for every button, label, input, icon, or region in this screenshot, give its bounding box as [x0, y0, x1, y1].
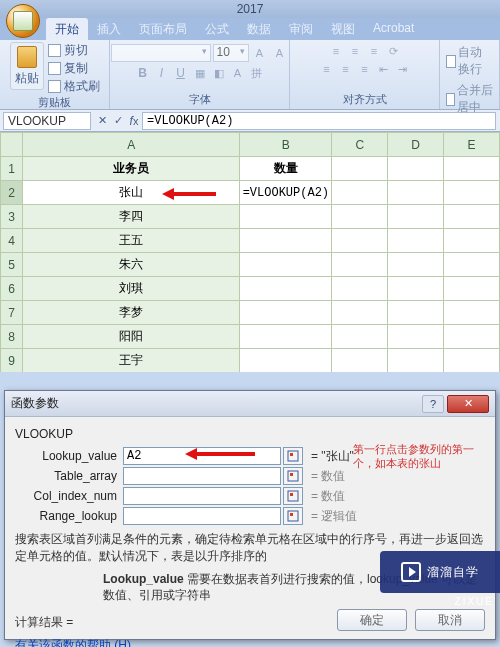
worksheet-grid[interactable]: A B C D E 1 业务员 数量 2 张山 =VLOOKUP(A2) 3李四…	[0, 132, 500, 372]
cell[interactable]: 李四	[22, 205, 239, 229]
cell[interactable]	[444, 277, 500, 301]
select-all-corner[interactable]	[1, 133, 23, 157]
underline-button[interactable]: U	[172, 64, 190, 82]
range-lookup-input[interactable]	[123, 507, 281, 525]
lookup-value-input[interactable]	[123, 447, 281, 465]
cell[interactable]	[444, 229, 500, 253]
tab-insert[interactable]: 插入	[88, 18, 130, 40]
cell[interactable]	[240, 205, 332, 229]
ref-picker-button[interactable]	[283, 507, 303, 525]
dialog-ok-button[interactable]: 确定	[337, 609, 407, 631]
grow-font-button[interactable]: A	[251, 44, 269, 62]
col-header-e[interactable]: E	[444, 133, 500, 157]
cell[interactable]: 李梦	[22, 301, 239, 325]
office-button[interactable]	[6, 4, 40, 38]
row-header[interactable]: 9	[1, 349, 23, 373]
cell[interactable]	[240, 349, 332, 373]
cell[interactable]: 刘琪	[22, 277, 239, 301]
cell[interactable]: 朱六	[22, 253, 239, 277]
enter-formula-button[interactable]: ✓	[110, 113, 126, 129]
col-index-input[interactable]	[123, 487, 281, 505]
cell[interactable]	[444, 157, 500, 181]
cell[interactable]	[388, 301, 444, 325]
cell[interactable]	[332, 301, 388, 325]
dialog-title-bar[interactable]: 函数参数 ? ✕	[5, 391, 495, 417]
paste-button[interactable]: 粘贴	[10, 42, 44, 90]
ref-picker-button[interactable]	[283, 467, 303, 485]
cell[interactable]	[444, 253, 500, 277]
cell[interactable]	[240, 301, 332, 325]
fx-button[interactable]: fx	[126, 113, 142, 129]
cell[interactable]: 王宇	[22, 349, 239, 373]
align-center-button[interactable]: ≡	[337, 60, 355, 78]
col-header-c[interactable]: C	[332, 133, 388, 157]
bold-button[interactable]: B	[134, 64, 152, 82]
cell[interactable]	[388, 229, 444, 253]
function-help-link[interactable]: 有关该函数的帮助 (H)	[15, 637, 131, 647]
cell[interactable]	[332, 181, 388, 205]
col-header-b[interactable]: B	[240, 133, 332, 157]
cell[interactable]	[332, 205, 388, 229]
cell-a2[interactable]: 张山	[22, 181, 239, 205]
fill-color-button[interactable]: ◧	[210, 64, 228, 82]
row-header[interactable]: 3	[1, 205, 23, 229]
align-right-button[interactable]: ≡	[356, 60, 374, 78]
dialog-cancel-button[interactable]: 取消	[415, 609, 485, 631]
tab-data[interactable]: 数据	[238, 18, 280, 40]
shrink-font-button[interactable]: A	[271, 44, 289, 62]
cell[interactable]	[332, 277, 388, 301]
tab-home[interactable]: 开始	[46, 18, 88, 40]
cell[interactable]	[388, 205, 444, 229]
name-box[interactable]: VLOOKUP	[3, 112, 91, 130]
cell[interactable]	[444, 349, 500, 373]
row-header[interactable]: 1	[1, 157, 23, 181]
indent-inc-button[interactable]: ⇥	[394, 60, 412, 78]
dialog-help-button[interactable]: ?	[422, 395, 444, 413]
cell[interactable]: 数量	[240, 157, 332, 181]
col-header-a[interactable]: A	[22, 133, 239, 157]
dialog-close-button[interactable]: ✕	[447, 395, 489, 413]
cell[interactable]	[388, 325, 444, 349]
cell[interactable]	[332, 253, 388, 277]
col-header-d[interactable]: D	[388, 133, 444, 157]
border-button[interactable]: ▦	[191, 64, 209, 82]
align-top-button[interactable]: ≡	[327, 42, 345, 60]
cell[interactable]	[332, 157, 388, 181]
cell[interactable]	[444, 325, 500, 349]
table-array-input[interactable]	[123, 467, 281, 485]
ref-picker-button[interactable]	[283, 447, 303, 465]
row-header[interactable]: 8	[1, 325, 23, 349]
orientation-button[interactable]: ⟳	[384, 42, 402, 60]
cell[interactable]	[444, 205, 500, 229]
cell[interactable]	[240, 325, 332, 349]
format-painter-button[interactable]: 格式刷	[48, 78, 100, 95]
tab-view[interactable]: 视图	[322, 18, 364, 40]
cell[interactable]	[240, 277, 332, 301]
phonetic-button[interactable]: 拼	[248, 64, 266, 82]
cell[interactable]	[332, 325, 388, 349]
cell[interactable]: 业务员	[22, 157, 239, 181]
cut-button[interactable]: 剪切	[48, 42, 100, 59]
cell[interactable]	[444, 181, 500, 205]
cell[interactable]	[240, 253, 332, 277]
cancel-formula-button[interactable]: ✕	[94, 113, 110, 129]
align-middle-button[interactable]: ≡	[346, 42, 364, 60]
row-header[interactable]: 2	[1, 181, 23, 205]
font-size-combo[interactable]: 10	[213, 44, 249, 62]
row-header[interactable]: 5	[1, 253, 23, 277]
align-bottom-button[interactable]: ≡	[365, 42, 383, 60]
cell[interactable]	[240, 229, 332, 253]
cell[interactable]	[388, 349, 444, 373]
cell[interactable]: 阳阳	[22, 325, 239, 349]
tab-formula[interactable]: 公式	[196, 18, 238, 40]
cell[interactable]	[444, 301, 500, 325]
tab-acrobat[interactable]: Acrobat	[364, 18, 423, 40]
indent-dec-button[interactable]: ⇤	[375, 60, 393, 78]
cell-b2-active[interactable]: =VLOOKUP(A2)	[240, 181, 332, 205]
copy-button[interactable]: 复制	[48, 60, 100, 77]
cell[interactable]	[388, 253, 444, 277]
tab-layout[interactable]: 页面布局	[130, 18, 196, 40]
italic-button[interactable]: I	[153, 64, 171, 82]
tab-review[interactable]: 审阅	[280, 18, 322, 40]
row-header[interactable]: 4	[1, 229, 23, 253]
